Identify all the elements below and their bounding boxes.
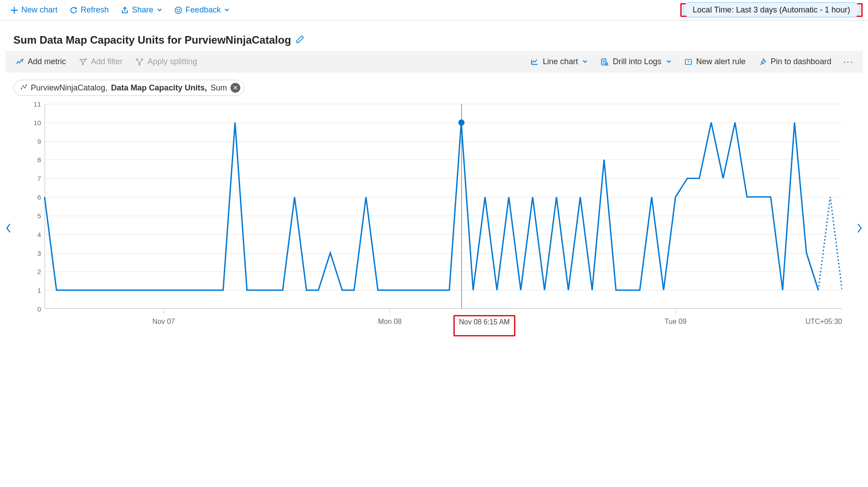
smile-icon: [174, 6, 183, 15]
metric-chip-remove-button[interactable]: ✕: [230, 83, 240, 93]
line-chart-icon: [530, 57, 539, 66]
x-tick-mark: [675, 309, 676, 314]
edit-title-button[interactable]: [296, 34, 304, 46]
pin-to-dashboard-button[interactable]: Pin to dashboard: [754, 54, 836, 69]
metric-chip-aggregation: Sum: [210, 83, 227, 93]
drill-into-logs-button[interactable]: Drill into Logs: [596, 54, 675, 69]
x-tick-label: Nov 07: [152, 318, 175, 326]
chart-plot[interactable]: 01234567891011Nov 07Mon 08Tue 09UTC+05:3…: [26, 104, 842, 340]
add-filter-label: Add filter: [91, 57, 123, 66]
new-chart-button[interactable]: New chart: [5, 3, 62, 17]
add-metric-label: Add metric: [28, 57, 66, 66]
hover-time-label: Nov 08 6:15 AM: [453, 315, 516, 336]
series-line: [26, 104, 842, 309]
feedback-button[interactable]: Feedback: [169, 3, 234, 17]
refresh-button[interactable]: Refresh: [65, 3, 113, 17]
add-metric-icon: [15, 57, 24, 66]
svg-point-1: [177, 9, 177, 9]
new-chart-label: New chart: [21, 5, 58, 15]
x-tick-mark: [164, 309, 164, 314]
next-time-range-button[interactable]: [854, 220, 865, 239]
chart-title: Sum Data Map Capacity Units for PurviewN…: [13, 34, 291, 46]
more-actions-button[interactable]: ···: [839, 56, 857, 68]
prev-time-range-button[interactable]: [3, 220, 14, 239]
metric-chip[interactable]: PurviewNinjaCatalog, Data Map Capacity U…: [13, 80, 244, 96]
chevron-down-icon: [582, 58, 588, 65]
split-icon: [135, 57, 144, 66]
time-range-selector[interactable]: Local Time: Last 3 days (Automatic - 1 h…: [683, 2, 860, 17]
chart-type-selector[interactable]: Line chart: [526, 54, 592, 69]
metric-chip-metric: Data Map Capacity Units,: [111, 83, 207, 93]
add-metric-button[interactable]: Add metric: [11, 54, 70, 69]
share-label: Share: [132, 5, 153, 15]
chevron-down-icon: [666, 58, 671, 65]
new-alert-rule-label: New alert rule: [696, 57, 746, 66]
metric-chip-resource: PurviewNinjaCatalog,: [31, 83, 107, 93]
chart-secondary-toolbar: Add metric Add filter Apply splitting Li…: [5, 51, 863, 73]
hover-guideline: [461, 104, 462, 309]
plus-icon: [10, 6, 19, 15]
new-alert-rule-button[interactable]: New alert rule: [679, 54, 750, 69]
pin-to-dashboard-label: Pin to dashboard: [771, 57, 831, 66]
share-icon: [120, 6, 129, 15]
drill-into-logs-label: Drill into Logs: [613, 57, 661, 66]
chart-container: 01234567891011Nov 07Mon 08Tue 09UTC+05:3…: [5, 104, 863, 340]
pin-icon: [758, 57, 767, 66]
svg-point-2: [179, 9, 180, 9]
time-range-label: Local Time: Last 3 days (Automatic - 1 h…: [693, 5, 850, 14]
x-tick-label: Tue 09: [665, 318, 687, 326]
time-range-highlight: Local Time: Last 3 days (Automatic - 1 h…: [680, 3, 863, 17]
feedback-label: Feedback: [185, 5, 221, 15]
chart-title-row: Sum Data Map Capacity Units for PurviewN…: [0, 20, 868, 51]
refresh-label: Refresh: [81, 5, 109, 15]
svg-point-0: [175, 7, 182, 13]
apply-splitting-label: Apply splitting: [148, 57, 197, 66]
metric-chip-row: PurviewNinjaCatalog, Data Map Capacity U…: [0, 73, 868, 99]
x-tick-label: Mon 08: [378, 318, 402, 326]
timezone-label: UTC+05:30: [806, 318, 842, 326]
chart-type-label: Line chart: [543, 57, 578, 66]
refresh-icon: [69, 6, 78, 15]
add-filter-button: Add filter: [74, 54, 127, 69]
metric-chip-icon: [20, 83, 27, 93]
top-toolbar: New chart Refresh Share Feedback Local T…: [0, 0, 868, 20]
apply-splitting-button: Apply splitting: [131, 54, 202, 69]
hover-point-marker: [458, 119, 465, 126]
share-button[interactable]: Share: [116, 3, 167, 17]
logs-icon: [600, 57, 609, 66]
filter-icon: [78, 57, 87, 66]
x-tick-mark: [390, 309, 390, 314]
alert-icon: [684, 57, 693, 66]
chevron-down-icon: [157, 7, 162, 14]
chevron-down-icon: [224, 7, 230, 14]
